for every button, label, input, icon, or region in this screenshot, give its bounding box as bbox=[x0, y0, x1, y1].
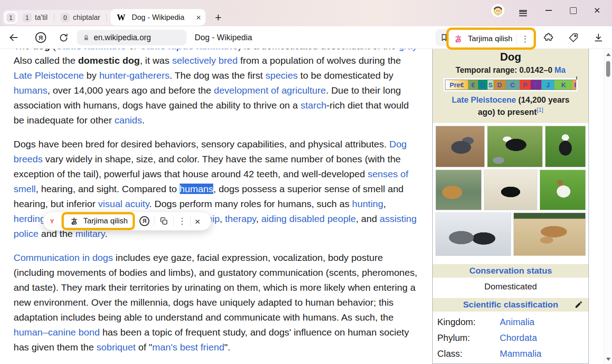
extensions-button[interactable] bbox=[540, 26, 558, 49]
wiki-link[interactable]: selectively bred bbox=[172, 55, 238, 66]
search-in-yandex-button[interactable]: Я bbox=[139, 216, 150, 227]
timescale-segment-J[interactable]: J bbox=[541, 80, 555, 90]
conservation-status-link[interactable]: Conservation status bbox=[469, 266, 552, 275]
timescale-segment-€[interactable]: € bbox=[468, 80, 478, 90]
photo-japanese-chin[interactable] bbox=[545, 126, 586, 167]
copy-button[interactable] bbox=[158, 216, 169, 227]
gallery-row bbox=[435, 213, 586, 256]
translate-button[interactable]: Tarjima qilish ⋮ bbox=[446, 28, 536, 50]
wiki-link[interactable]: Canis lupus familiaris bbox=[140, 49, 238, 51]
yandex-logo-icon[interactable]: Y bbox=[47, 216, 57, 227]
more-options-icon[interactable]: ⋮ bbox=[521, 34, 529, 44]
close-window-button[interactable]: × bbox=[589, 0, 605, 21]
popup-close-icon[interactable]: × bbox=[195, 217, 200, 226]
page-content: The dog (Canis familiaris or Canis lupus… bbox=[0, 49, 612, 364]
reload-button[interactable] bbox=[54, 26, 72, 49]
tab-group-count-badge: 1 bbox=[6, 13, 15, 22]
conservation-status-header[interactable]: Conservation status bbox=[433, 264, 588, 278]
timescale-segment-K[interactable]: K bbox=[555, 80, 573, 90]
wiki-link[interactable]: Ma bbox=[555, 66, 565, 75]
new-tab-button[interactable]: + bbox=[211, 10, 225, 24]
maximize-button[interactable] bbox=[565, 0, 581, 21]
tab-group-count-badge: 0 bbox=[61, 13, 70, 22]
popup-translate-button[interactable]: Tarjima qilish bbox=[62, 212, 135, 230]
wiki-link[interactable]: Late Pleistocene bbox=[14, 70, 84, 80]
page-title: Dog - Wikipedia bbox=[195, 26, 252, 49]
edit-classification-button[interactable] bbox=[574, 300, 583, 309]
wiki-link[interactable]: man's best friend bbox=[152, 342, 224, 352]
taxonomy-row: Phylum:Chordata bbox=[433, 330, 588, 346]
scientific-classification-header[interactable]: Scientific classification bbox=[433, 298, 588, 312]
wiki-link[interactable]: canids bbox=[115, 115, 142, 125]
timescale-segment-Pg[interactable]: Pg bbox=[573, 80, 576, 90]
wiki-link[interactable]: hunting bbox=[352, 199, 383, 209]
yandex-home-button[interactable]: Я bbox=[32, 26, 50, 49]
popup-more-options-icon[interactable]: ⋮ bbox=[178, 216, 186, 226]
scrollbar-thumb[interactable] bbox=[606, 61, 610, 77]
tab-group-active[interactable]: 1 bbox=[4, 11, 18, 24]
back-button[interactable] bbox=[5, 26, 23, 49]
wiki-link[interactable]: gray wolf bbox=[399, 49, 421, 51]
photo-blue-merle-dog-running[interactable] bbox=[435, 126, 485, 167]
wiki-link[interactable]: development of agriculture bbox=[214, 85, 325, 95]
wiki-link[interactable]: hunter-gatherers bbox=[99, 70, 169, 80]
divider bbox=[190, 217, 191, 226]
taxonomy-value-link[interactable]: Chordata bbox=[500, 333, 537, 343]
lock-icon bbox=[82, 34, 90, 42]
taxonomy-row: Class:Mammalia bbox=[433, 346, 588, 362]
wiki-link[interactable]: [1] bbox=[537, 106, 543, 113]
wiki-link[interactable]: starch bbox=[301, 100, 326, 110]
wiki-link[interactable]: herding bbox=[14, 213, 45, 224]
wiki-link[interactable]: Late Pleistocene bbox=[452, 95, 516, 104]
tab-group-chiptalar[interactable]: 0 chiptalar bbox=[57, 11, 103, 24]
photo-black-labrador[interactable] bbox=[484, 170, 537, 210]
timescale-segment-P[interactable]: P bbox=[520, 80, 531, 90]
wikipedia-article: The dog (Canis familiaris or Canis lupus… bbox=[14, 49, 421, 364]
timescale-bar: Pre€€OSDCPTJKPgN bbox=[445, 80, 576, 90]
download-icon bbox=[593, 32, 604, 43]
scrollbar-down-arrow-icon[interactable] bbox=[606, 358, 611, 361]
photo-golden-retriever-in-water[interactable] bbox=[435, 170, 482, 210]
photo-jack-russell-terrier[interactable] bbox=[540, 170, 586, 210]
minimize-button[interactable] bbox=[541, 0, 556, 21]
vertical-scrollbar[interactable] bbox=[604, 49, 612, 364]
profile-avatar[interactable] bbox=[491, 4, 505, 17]
downloads-button[interactable] bbox=[589, 26, 607, 49]
photo-dog-nursing-puppies[interactable] bbox=[513, 213, 586, 256]
scrollbar-up-arrow-icon[interactable] bbox=[606, 53, 611, 56]
collections-button[interactable] bbox=[564, 26, 582, 49]
wiki-link[interactable]: aiding disabled people bbox=[261, 213, 356, 224]
address-bar[interactable]: en.wikipedia.org bbox=[77, 30, 186, 45]
yandex-icon: Я bbox=[139, 216, 149, 226]
scientific-classification-link[interactable]: Scientific classification bbox=[463, 300, 558, 309]
gallery-row bbox=[435, 170, 586, 210]
wiki-link[interactable]: human–canine bond bbox=[14, 327, 100, 337]
timescale-segment-O[interactable]: O bbox=[478, 80, 488, 90]
wiki-link[interactable]: visual acuity bbox=[98, 199, 149, 209]
tab-dog-wikipedia[interactable]: W Dog - Wikipedia × bbox=[110, 9, 206, 26]
geologic-timescale: Pre€€OSDCPTJKPgN bbox=[444, 78, 578, 91]
taxonomy-value-link[interactable]: Animalia bbox=[500, 317, 535, 327]
photo-sled-dogs-in-snow[interactable] bbox=[435, 213, 511, 256]
temporal-range: Temporal range: 0.0142–0 Ma bbox=[436, 66, 585, 75]
taxonomy-rank-label: Kingdom: bbox=[437, 317, 500, 327]
photo-black-and-white-dog[interactable] bbox=[487, 126, 543, 167]
wiki-link[interactable]: humans bbox=[14, 85, 48, 95]
wiki-link[interactable]: Canis familiaris bbox=[56, 49, 126, 51]
tab-close-icon[interactable]: × bbox=[196, 13, 201, 22]
timescale-segment-Pre€[interactable]: Pre€ bbox=[445, 80, 468, 90]
tab-group-tatil[interactable]: 1 ta'til bbox=[19, 11, 51, 24]
taxonomy-value-link[interactable]: Mammalia bbox=[500, 349, 541, 359]
divider bbox=[54, 14, 54, 22]
wiki-link[interactable]: Dog breeds bbox=[14, 139, 407, 164]
timescale-segment-D[interactable]: D bbox=[493, 80, 506, 90]
translate-hiragana-icon bbox=[69, 216, 80, 227]
timescale-segment-T[interactable]: T bbox=[531, 80, 541, 90]
timescale-segment-S[interactable]: S bbox=[488, 80, 493, 90]
wiki-link[interactable]: Communication in dogs bbox=[14, 252, 113, 263]
wiki-link[interactable]: therapy bbox=[225, 213, 256, 224]
wiki-link[interactable]: species bbox=[265, 70, 297, 80]
timescale-segment-C[interactable]: C bbox=[506, 80, 520, 90]
wiki-link[interactable]: sobriquet bbox=[96, 342, 135, 352]
menu-icon[interactable] bbox=[515, 0, 531, 21]
